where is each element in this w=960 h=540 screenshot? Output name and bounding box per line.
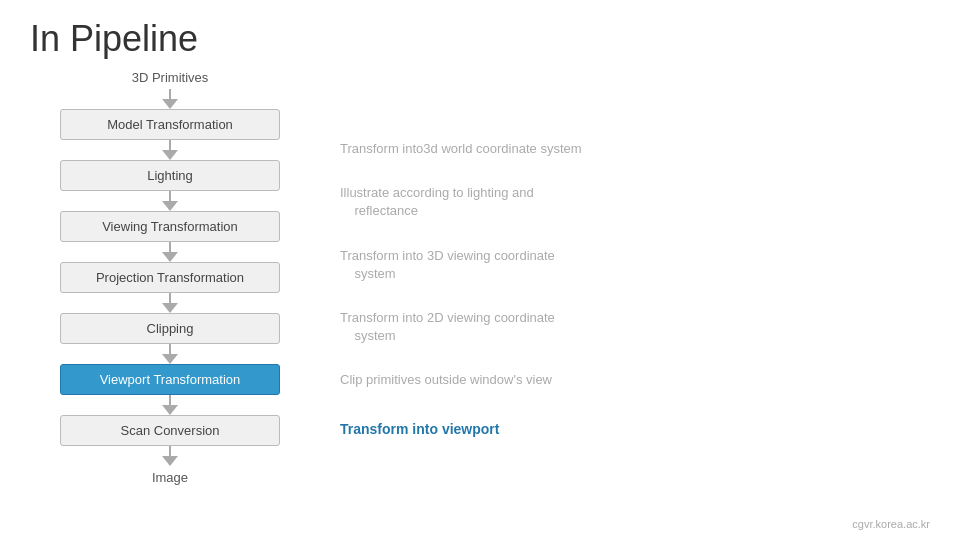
end-label: Image bbox=[152, 470, 188, 485]
pipeline-step-lighting[interactable]: Lighting bbox=[60, 160, 280, 191]
pipeline-column: 3D Primitives Model Transformation Light… bbox=[30, 70, 310, 485]
pipeline-step-projection[interactable]: Projection Transformation bbox=[60, 262, 280, 293]
desc-projection: Transform into 2D viewing coordinate sys… bbox=[340, 303, 930, 351]
page-title: In Pipeline bbox=[0, 0, 960, 70]
pipeline-step-viewing[interactable]: Viewing Transformation bbox=[60, 211, 280, 242]
desc-viewport: Transform into viewport bbox=[340, 414, 930, 446]
connector-2 bbox=[162, 191, 178, 211]
desc-lighting: Illustrate according to lighting and ref… bbox=[340, 178, 930, 226]
start-label: 3D Primitives bbox=[132, 70, 209, 85]
pipeline-step-clipping[interactable]: Clipping bbox=[60, 313, 280, 344]
desc-model: Transform into3d world coordinate system bbox=[340, 134, 930, 164]
desc-clipping: Clip primitives outside window's view bbox=[340, 365, 930, 395]
descriptions-column: Transform into3d world coordinate system… bbox=[340, 70, 930, 485]
pipeline-step-model[interactable]: Model Transformation bbox=[60, 109, 280, 140]
connector-5 bbox=[162, 344, 178, 364]
connector-7 bbox=[162, 446, 178, 466]
footer: cgvr.korea.ac.kr bbox=[852, 518, 930, 530]
desc-viewing: Transform into 3D viewing coordinate sys… bbox=[340, 241, 930, 289]
connector-0 bbox=[162, 89, 178, 109]
connector-1 bbox=[162, 140, 178, 160]
connector-6 bbox=[162, 395, 178, 415]
pipeline-step-scan[interactable]: Scan Conversion bbox=[60, 415, 280, 446]
connector-4 bbox=[162, 293, 178, 313]
connector-3 bbox=[162, 242, 178, 262]
pipeline-step-viewport[interactable]: Viewport Transformation bbox=[60, 364, 280, 395]
